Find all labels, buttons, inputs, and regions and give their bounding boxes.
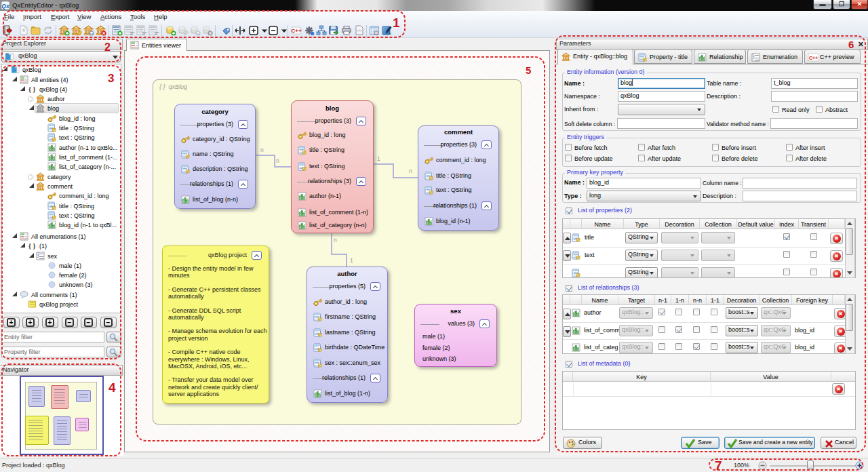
svg-text:</>: </> bbox=[357, 28, 363, 33]
svg-text:C++: C++ bbox=[291, 28, 301, 34]
svg-text:C++: C++ bbox=[809, 56, 818, 60]
svg-text:{ }: { } bbox=[28, 85, 35, 93]
svg-text:Qx: Qx bbox=[1, 3, 9, 9]
svg-text:{ }: { } bbox=[28, 242, 35, 250]
